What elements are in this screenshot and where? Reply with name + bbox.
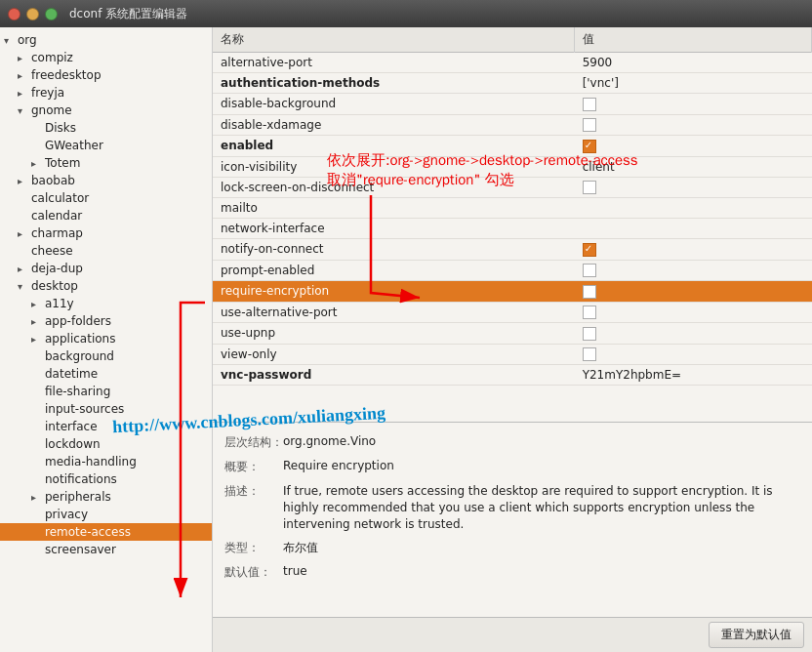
table-row[interactable]: enabled <box>213 136 812 157</box>
tree-label-desktop: desktop <box>31 279 78 293</box>
sidebar-item-disks[interactable]: Disks <box>0 119 212 137</box>
table-row[interactable]: view-only <box>213 344 812 365</box>
table-row[interactable]: vnc-passwordY21mY2hpbmE= <box>213 365 812 386</box>
sidebar-item-applications[interactable]: ▸applications <box>0 330 212 347</box>
summary-label: 概要： <box>224 459 283 475</box>
row-name: prompt-enabled <box>213 260 575 281</box>
tree-label-remote-access: remote-access <box>45 525 131 539</box>
sidebar-item-gnome[interactable]: ▾gnome <box>0 102 212 119</box>
row-name: mailto <box>213 198 575 219</box>
sidebar-item-notifications[interactable]: notifications <box>0 470 212 488</box>
tree-arrow-charmap: ▸ <box>18 228 31 239</box>
tree-label-file-sharing: file-sharing <box>45 385 110 398</box>
row-value <box>575 344 812 365</box>
row-value: Y21mY2hpbmE= <box>575 365 812 386</box>
tree-arrow-gnome: ▾ <box>18 105 31 116</box>
summary-row: 概要： Require encryption <box>224 455 800 479</box>
sidebar-item-compiz[interactable]: ▸compiz <box>0 49 212 66</box>
row-name: network-interface <box>213 219 575 239</box>
row-value <box>575 219 812 239</box>
tree-arrow-peripherals: ▸ <box>31 492 45 503</box>
table-row[interactable]: network-interface <box>213 219 812 239</box>
sidebar-item-desktop[interactable]: ▾desktop <box>0 277 212 295</box>
reset-default-button[interactable]: 重置为默认值 <box>709 622 804 648</box>
row-value <box>575 198 812 219</box>
sidebar-item-gweather[interactable]: GWeather <box>0 137 212 154</box>
tree-arrow-freyja: ▸ <box>18 88 31 99</box>
row-name: disable-background <box>213 94 575 115</box>
checkbox[interactable] <box>583 140 596 153</box>
table-row[interactable]: disable-xdamage <box>213 114 812 136</box>
desc-label: 描述： <box>224 483 283 532</box>
sidebar-item-calculator[interactable]: calculator <box>0 189 212 207</box>
tree-label-screensaver: screensaver <box>45 543 116 556</box>
tree-label-applications: applications <box>45 332 115 346</box>
table-row[interactable]: authentication-methods['vnc'] <box>213 73 812 94</box>
table-row[interactable]: use-upnp <box>213 323 812 345</box>
sidebar-item-deja-dup[interactable]: ▸deja-dup <box>0 260 212 277</box>
sidebar-item-a11y[interactable]: ▸a11y <box>0 295 212 312</box>
table-row[interactable]: prompt-enabled <box>213 260 812 281</box>
sidebar-item-media-handling[interactable]: media-handling <box>0 453 212 470</box>
table-row[interactable]: disable-background <box>213 94 812 115</box>
sidebar-item-remote-access[interactable]: remote-access <box>0 523 212 541</box>
checkbox[interactable] <box>583 98 596 111</box>
tree-arrow-applications: ▸ <box>31 334 45 345</box>
sidebar-item-background[interactable]: background <box>0 347 212 365</box>
sidebar-item-baobab[interactable]: ▸baobab <box>0 172 212 189</box>
sidebar-item-lockdown[interactable]: lockdown <box>0 435 212 453</box>
type-row: 类型： 布尔值 <box>224 536 800 560</box>
sidebar-item-charmap[interactable]: ▸charmap <box>0 224 212 242</box>
sidebar-item-screensaver[interactable]: screensaver <box>0 541 212 558</box>
table-row[interactable]: lock-screen-on-disconnect <box>213 177 812 198</box>
sidebar-item-datetime[interactable]: datetime <box>0 365 212 383</box>
minimize-button[interactable] <box>26 8 39 20</box>
table-row[interactable]: mailto <box>213 198 812 219</box>
checkbox[interactable] <box>583 285 596 299</box>
tree-label-notifications: notifications <box>45 472 117 486</box>
default-row: 默认值： true <box>224 560 800 585</box>
sidebar-tree: ▾org▸compiz▸freedesktop▸freyja▾gnomeDisk… <box>0 27 213 652</box>
sidebar-item-cheese[interactable]: cheese <box>0 242 212 260</box>
sidebar-item-privacy[interactable]: privacy <box>0 506 212 523</box>
window-title: dconf 系统配置编辑器 <box>69 6 187 22</box>
checkbox[interactable] <box>583 243 596 257</box>
sidebar-item-app-folders[interactable]: ▸app-folders <box>0 312 212 330</box>
row-value <box>575 114 812 136</box>
row-name: alternative-port <box>213 53 575 73</box>
sidebar-item-peripherals[interactable]: ▸peripherals <box>0 488 212 506</box>
checkbox[interactable] <box>583 347 596 361</box>
sidebar-item-calendar[interactable]: calendar <box>0 207 212 224</box>
row-value <box>575 239 812 261</box>
type-label: 类型： <box>224 540 283 556</box>
maximize-button[interactable] <box>45 8 58 20</box>
checkbox[interactable] <box>583 264 596 277</box>
sidebar-item-input-sources[interactable]: input-sources <box>0 400 212 418</box>
table-row[interactable]: require-encryption <box>213 281 812 303</box>
table-row[interactable]: notify-on-connect <box>213 239 812 261</box>
tree-arrow-baobab: ▸ <box>18 176 31 186</box>
sidebar-item-freedesktop[interactable]: ▸freedesktop <box>0 66 212 84</box>
row-name: vnc-password <box>213 365 575 386</box>
sidebar-item-interface[interactable]: interface <box>0 418 212 435</box>
row-name: require-encryption <box>213 281 575 303</box>
table-row[interactable]: alternative-port5900 <box>213 53 812 73</box>
sidebar-item-file-sharing[interactable]: file-sharing <box>0 383 212 400</box>
checkbox[interactable] <box>583 118 596 132</box>
checkbox[interactable] <box>583 181 596 194</box>
col-name: 名称 <box>213 27 575 53</box>
sidebar-item-org[interactable]: ▾org <box>0 31 212 49</box>
table-row[interactable]: use-alternative-port <box>213 302 812 323</box>
config-table: 名称 值 alternative-port5900authentication-… <box>213 27 812 386</box>
tree-label-background: background <box>45 349 114 363</box>
schema-value: org.gnome.Vino <box>283 434 800 451</box>
table-row[interactable]: icon-visibilityclient <box>213 156 812 177</box>
checkbox[interactable] <box>583 306 596 319</box>
tree-arrow-app-folders: ▸ <box>31 316 45 327</box>
sidebar-item-totem[interactable]: ▸Totem <box>0 154 212 172</box>
close-button[interactable] <box>8 8 20 20</box>
sidebar-item-freyja[interactable]: ▸freyja <box>0 84 212 102</box>
checkbox[interactable] <box>583 327 596 341</box>
tree-label-media-handling: media-handling <box>45 455 137 469</box>
row-name: use-upnp <box>213 323 575 345</box>
